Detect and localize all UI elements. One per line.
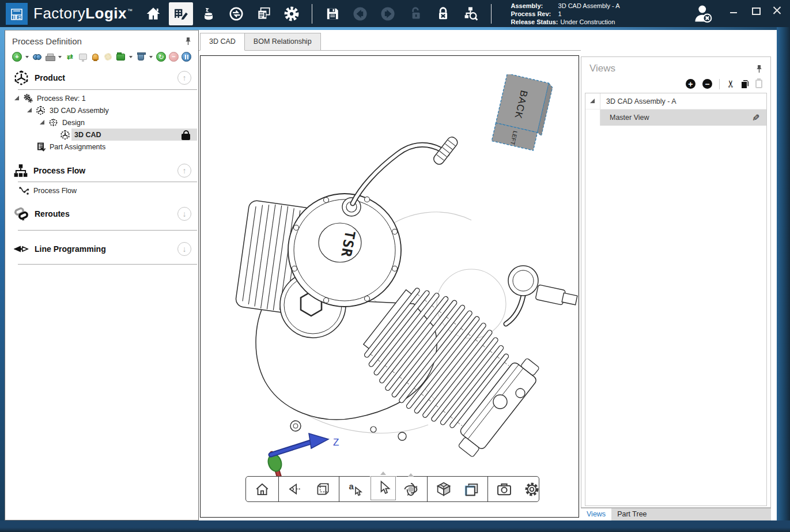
app-title-part1: Factory bbox=[33, 5, 85, 22]
app-title-part2: Logix bbox=[85, 5, 127, 22]
stop-icon[interactable]: − bbox=[169, 52, 179, 62]
remove-view-icon[interactable]: − bbox=[702, 79, 712, 89]
edit-pencil-icon[interactable]: ✎ bbox=[752, 112, 759, 123]
process-search-icon[interactable] bbox=[459, 2, 483, 25]
notify-bell-icon[interactable] bbox=[90, 52, 100, 62]
add-view-icon[interactable]: + bbox=[686, 79, 695, 89]
pause-icon[interactable] bbox=[182, 52, 191, 62]
section-process-flow[interactable]: Process Flow ↑ bbox=[5, 160, 198, 182]
collapse-down-icon[interactable]: ↓ bbox=[177, 207, 191, 221]
tree-row-process-rev[interactable]: Process Rev: 1 bbox=[5, 92, 198, 104]
lock-close-icon[interactable] bbox=[431, 2, 455, 25]
paste-icon[interactable] bbox=[755, 80, 762, 88]
tree-row-process-flow[interactable]: Process Flow bbox=[5, 184, 198, 197]
pin-icon[interactable] bbox=[185, 37, 191, 46]
print-dropdown-icon[interactable] bbox=[58, 56, 62, 58]
section-product[interactable]: Product ↑ bbox=[5, 66, 198, 89]
reroutes-section-label: Reroutes bbox=[35, 209, 70, 218]
pin-icon[interactable] bbox=[756, 65, 762, 73]
minimize-icon[interactable] bbox=[729, 6, 738, 15]
part-assignments-icon bbox=[36, 142, 46, 152]
isometric-cube-icon[interactable] bbox=[431, 478, 456, 500]
exchange-icon[interactable]: ⇄ bbox=[65, 52, 75, 62]
materials-icon[interactable] bbox=[196, 2, 221, 25]
settings-gear-icon[interactable] bbox=[279, 2, 304, 25]
process-flow-icon bbox=[13, 163, 28, 178]
home-icon[interactable] bbox=[141, 2, 165, 25]
save-icon[interactable] bbox=[320, 2, 345, 25]
add-icon[interactable]: + bbox=[12, 52, 22, 62]
tree-label: Design bbox=[62, 119, 85, 127]
flow-path-icon bbox=[19, 186, 29, 195]
viewer-toolbar: a bbox=[245, 476, 539, 502]
tab-bom-relationship[interactable]: BOM Relationship bbox=[245, 33, 321, 51]
perspective-cube-icon[interactable] bbox=[310, 478, 335, 500]
tab-3d-cad[interactable]: 3D CAD bbox=[200, 33, 245, 51]
factorylogix-logo-icon bbox=[9, 6, 24, 21]
copy-icon[interactable] bbox=[742, 80, 749, 88]
product-section-label: Product bbox=[35, 73, 65, 82]
tree-label: Process Rev: 1 bbox=[37, 95, 86, 103]
tree-row-3d-cad[interactable]: 3D CAD bbox=[5, 129, 198, 141]
tool-dropdown-caret[interactable] bbox=[408, 473, 414, 477]
viewer-settings-icon[interactable] bbox=[519, 478, 545, 500]
window-controls bbox=[729, 6, 782, 15]
plugin-icon[interactable] bbox=[103, 52, 113, 62]
process-definition-icon[interactable] bbox=[169, 2, 193, 25]
look-at-icon[interactable] bbox=[282, 478, 308, 500]
add-dropdown-icon[interactable] bbox=[25, 56, 29, 58]
gears-icon bbox=[23, 93, 33, 103]
orbit-tool-icon[interactable] bbox=[398, 478, 424, 500]
process-definition-panel: Process Definition + ⇄ ↻ − bbox=[5, 30, 199, 520]
product-tree: Process Rev: 1 3D CAD Assembly Design bbox=[5, 90, 198, 156]
expander-icon[interactable] bbox=[590, 99, 595, 104]
cad-viewport[interactable]: TSR bbox=[200, 55, 579, 518]
close-icon[interactable] bbox=[773, 6, 782, 15]
tool-dropdown-caret[interactable] bbox=[380, 471, 386, 475]
undo-icon[interactable] bbox=[348, 2, 372, 25]
select-label-icon[interactable]: a bbox=[343, 478, 368, 500]
expander-icon[interactable] bbox=[40, 120, 45, 125]
maximize-icon[interactable] bbox=[751, 6, 760, 15]
snapshot-camera-icon[interactable] bbox=[492, 478, 517, 500]
svg-text:a: a bbox=[349, 481, 354, 491]
user-logout-icon[interactable] bbox=[691, 2, 715, 28]
refresh-icon[interactable]: ↻ bbox=[156, 52, 166, 62]
section-reroutes[interactable]: Reroutes ↓ bbox=[5, 202, 198, 225]
redo-icon[interactable] bbox=[376, 2, 400, 25]
preview-icon[interactable] bbox=[78, 52, 88, 62]
export-icon[interactable] bbox=[116, 52, 126, 62]
delete-icon[interactable] bbox=[136, 52, 146, 62]
tree-label: Process Flow bbox=[33, 187, 77, 195]
views-tree-root-row[interactable]: 3D CAD Assembly - A bbox=[585, 93, 766, 110]
tree-row-3d-cad-assembly[interactable]: 3D CAD Assembly bbox=[5, 104, 198, 116]
window-border-left bbox=[0, 27, 5, 532]
tree-row-part-assignments[interactable]: Part Assignments bbox=[5, 141, 198, 153]
expander-icon[interactable] bbox=[14, 96, 20, 101]
assembly-cube-icon bbox=[36, 105, 46, 115]
panel-gap bbox=[772, 30, 777, 520]
documents-icon[interactable] bbox=[252, 2, 276, 25]
unlock-icon[interactable] bbox=[403, 2, 428, 25]
collapse-up-icon[interactable]: ↑ bbox=[177, 71, 191, 85]
expander-icon[interactable] bbox=[27, 108, 32, 113]
collapse-down-icon[interactable]: ↓ bbox=[177, 242, 191, 256]
view-home-icon[interactable] bbox=[250, 478, 275, 500]
delete-dropdown-icon[interactable] bbox=[149, 56, 153, 58]
section-line-programming[interactable]: Line Programming ↓ bbox=[5, 239, 198, 259]
tab-views[interactable]: Views bbox=[581, 508, 611, 520]
orientation-cube[interactable]: BACK LEFT bbox=[487, 74, 557, 155]
cut-icon[interactable]: ✂ bbox=[724, 80, 736, 88]
sync-icon[interactable] bbox=[224, 2, 248, 25]
collapse-up-icon[interactable]: ↑ bbox=[177, 164, 191, 178]
views-tree-master-view-row[interactable]: Master View ✎ bbox=[585, 110, 766, 126]
product-cube-icon bbox=[13, 70, 29, 86]
select-tool-icon[interactable] bbox=[371, 476, 396, 500]
print-icon[interactable] bbox=[45, 52, 55, 62]
export-dropdown-icon[interactable] bbox=[129, 56, 133, 58]
views-panel-tabs: Views Part Tree bbox=[581, 508, 771, 520]
find-icon[interactable] bbox=[32, 52, 42, 62]
face-view-icon[interactable] bbox=[459, 478, 484, 500]
tree-row-design[interactable]: Design bbox=[5, 116, 198, 129]
tab-part-tree[interactable]: Part Tree bbox=[611, 508, 652, 520]
